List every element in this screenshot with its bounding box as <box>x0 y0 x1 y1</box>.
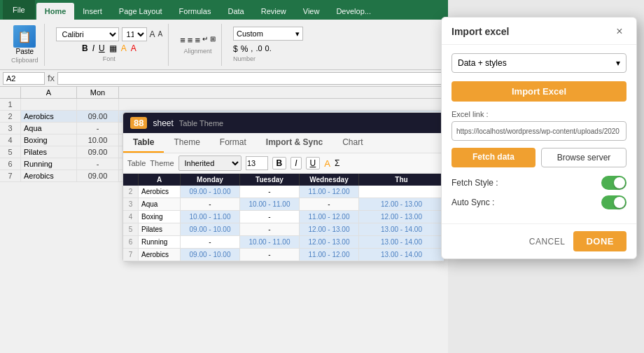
wrap-text-btn[interactable]: ↵ <box>202 35 208 46</box>
panel-cell-7tue[interactable]: - <box>240 249 300 261</box>
cell-5b[interactable]: 09.00 <box>77 146 119 158</box>
panel-cell-5tue[interactable]: - <box>240 223 300 235</box>
cell-7a[interactable]: Aerobics <box>21 170 77 181</box>
cell-6a[interactable]: Running <box>21 158 77 169</box>
panel-cell-6a[interactable]: Running <box>139 236 181 248</box>
data-styles-dropdown[interactable]: Data + styles ▾ <box>451 53 626 73</box>
panel-cell-7thu[interactable]: 13.00 - 14.00 <box>359 249 444 261</box>
panel-cell-5mon[interactable]: 09.00 - 10.00 <box>181 223 240 235</box>
comma-btn[interactable]: , <box>251 44 253 54</box>
view-tab[interactable]: View <box>295 3 328 20</box>
highlight-button[interactable]: A <box>121 43 127 53</box>
panel-cell-2a[interactable]: Aerobics <box>139 186 181 198</box>
formula-input[interactable] <box>57 72 445 85</box>
panel-cell-4wed[interactable]: 11.00 - 12.00 <box>300 211 359 223</box>
develop-tab[interactable]: Develop... <box>328 3 379 20</box>
panel-cell-5wed[interactable]: 12.00 - 13.00 <box>300 223 359 235</box>
align-right-btn[interactable]: ≡ <box>195 35 200 46</box>
panel-cell-6mon[interactable]: - <box>181 236 240 248</box>
font-size-input[interactable] <box>246 156 268 170</box>
cell-7b[interactable]: 09.00 <box>77 170 119 181</box>
panel-cell-5thu[interactable]: 13.00 - 14.00 <box>359 223 444 235</box>
panel-cell-2tue[interactable]: - <box>240 186 300 198</box>
file-tab[interactable]: File <box>3 0 35 20</box>
cell-2b[interactable]: 09.00 <box>77 111 119 122</box>
border-button[interactable]: ▦ <box>109 43 117 53</box>
home-tab[interactable]: Home <box>36 3 75 20</box>
panel-cell-3mon[interactable]: - <box>181 198 240 210</box>
panel-cell-2wed[interactable]: 11.00 - 12.00 <box>300 186 359 198</box>
underline-button[interactable]: U <box>99 43 105 53</box>
page-layout-tab[interactable]: Page Layout <box>111 3 171 20</box>
panel-cell-3wed[interactable]: - <box>300 198 359 210</box>
number-format-dropdown[interactable]: Custom ▾ <box>233 27 303 41</box>
panel-cell-3a[interactable]: Aqua <box>139 198 181 210</box>
insert-tab[interactable]: Insert <box>74 3 111 20</box>
percent-btn[interactable]: % <box>241 44 248 54</box>
italic-button[interactable]: I <box>92 43 94 53</box>
auto-sync-toggle[interactable] <box>601 195 626 209</box>
panel-cell-7a[interactable]: Aerobics <box>139 249 181 261</box>
currency-btn[interactable]: $ <box>233 44 238 54</box>
font-color-button[interactable]: A <box>131 43 136 53</box>
cell-1a[interactable] <box>21 99 77 110</box>
panel-cell-6wed[interactable]: 12.00 - 13.00 <box>300 236 359 248</box>
tab-table[interactable]: Table <box>123 133 164 153</box>
panel-cell-7mon[interactable]: 09.00 - 10.00 <box>181 249 240 261</box>
formulas-tab[interactable]: Formulas <box>171 3 220 20</box>
paste-button[interactable]: 📋 Paste <box>13 25 36 55</box>
panel-cell-4thu[interactable]: 12.00 - 13.00 <box>359 211 444 223</box>
tab-chart[interactable]: Chart <box>332 133 372 153</box>
cell-6b[interactable]: - <box>77 158 119 169</box>
excel-link-input[interactable] <box>451 121 626 141</box>
align-left-btn[interactable]: ≡ <box>180 35 186 46</box>
tab-theme[interactable]: Theme <box>164 133 209 153</box>
font-size-decrease[interactable]: A <box>158 30 163 38</box>
cell-1b[interactable] <box>77 99 119 110</box>
cell-ref-input[interactable] <box>3 72 45 85</box>
done-button[interactable]: DONE <box>573 231 626 251</box>
cell-2a[interactable]: Aerobics <box>21 111 77 122</box>
panel-cell-4a[interactable]: Boxing <box>139 211 181 223</box>
font-select[interactable]: Calibri <box>56 27 119 41</box>
formula-expand-icon[interactable]: fx <box>48 73 55 83</box>
cell-4b[interactable]: 10.00 <box>77 134 119 146</box>
cancel-button[interactable]: CANCEL <box>529 237 566 247</box>
panel-cell-7wed[interactable]: 11.00 - 12.00 <box>300 249 359 261</box>
cell-3a[interactable]: Aqua <box>21 123 77 134</box>
panel-cell-6thu[interactable]: 13.00 - 14.00 <box>359 236 444 248</box>
inherited-select[interactable]: Inherited <box>178 155 241 171</box>
panel-cell-6tue[interactable]: 10.00 - 11.00 <box>240 236 300 248</box>
italic-fmt-btn[interactable]: I <box>290 157 301 169</box>
highlight-fmt-icon[interactable]: A <box>324 158 330 169</box>
cell-5a[interactable]: Pilates <box>21 146 77 158</box>
font-size-increase[interactable]: A <box>150 29 155 39</box>
merge-btn[interactable]: ⊞ <box>210 35 216 46</box>
cell-4a[interactable]: Boxing <box>21 134 77 146</box>
tab-import-sync[interactable]: Import & Sync <box>256 133 332 153</box>
import-excel-button[interactable]: Import Excel <box>451 81 626 102</box>
decimal-decrease-btn[interactable]: 0. <box>265 44 272 54</box>
fetch-style-toggle[interactable] <box>601 176 626 190</box>
data-tab[interactable]: Data <box>219 3 252 20</box>
align-center-btn[interactable]: ≡ <box>188 35 193 46</box>
bold-button[interactable]: B <box>82 43 88 53</box>
underline-fmt-btn[interactable]: U <box>306 157 321 169</box>
panel-cell-4tue[interactable]: - <box>240 211 300 223</box>
panel-cell-5a[interactable]: Pilates <box>139 223 181 235</box>
tab-format[interactable]: Format <box>210 133 256 153</box>
font-size-select[interactable]: 11 <box>122 27 147 41</box>
browse-server-button[interactable]: Browse server <box>541 148 626 167</box>
close-dialog-button[interactable]: × <box>612 25 626 39</box>
cell-3b[interactable]: - <box>77 123 119 134</box>
sum-icon[interactable]: Σ <box>335 158 340 168</box>
panel-cell-2thu[interactable] <box>359 186 444 198</box>
panel-cell-3tue[interactable]: 10.00 - 11.00 <box>240 198 300 210</box>
panel-cell-4mon[interactable]: 10.00 - 11.00 <box>181 211 240 223</box>
decimal-increase-btn[interactable]: .0 <box>255 44 262 54</box>
panel-cell-2mon[interactable]: 09.00 - 10.00 <box>181 186 240 198</box>
bold-fmt-btn[interactable]: B <box>272 157 287 169</box>
panel-cell-3thu[interactable]: 12.00 - 13.00 <box>359 198 444 210</box>
fetch-data-button[interactable]: Fetch data <box>451 148 536 167</box>
review-tab[interactable]: Review <box>253 3 295 20</box>
